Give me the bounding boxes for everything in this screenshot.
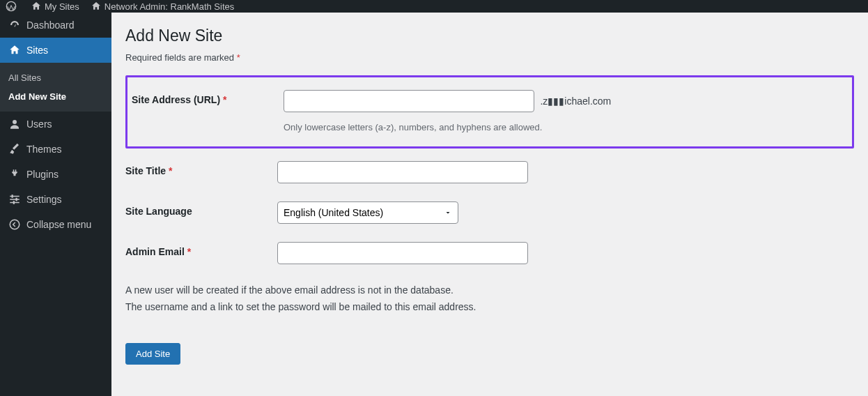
network-admin-label: Network Admin: RankMath Sites bbox=[104, 1, 234, 12]
sidebar-label: Settings bbox=[26, 194, 62, 205]
svg-rect-5 bbox=[12, 195, 13, 198]
sidebar-item-dashboard[interactable]: Dashboard bbox=[0, 13, 111, 38]
form-row-site-title: Site Title * bbox=[125, 161, 854, 183]
page-title: Add New Site bbox=[125, 13, 854, 52]
user-icon bbox=[8, 118, 21, 130]
admin-topbar: My Sites Network Admin: RankMath Sites bbox=[0, 0, 868, 13]
form-row-site-address: Site Address (URL) * .z▮▮▮ichael.com Onl… bbox=[132, 90, 839, 132]
sidebar-label: Collapse menu bbox=[26, 219, 91, 230]
main-content: Add New Site Required fields are marked … bbox=[111, 13, 868, 396]
site-address-hint: Only lowercase letters (a-z), numbers, a… bbox=[284, 122, 839, 132]
sidebar-item-settings[interactable]: Settings bbox=[0, 187, 111, 212]
sidebar-label: Plugins bbox=[26, 169, 59, 180]
my-sites-link[interactable]: My Sites bbox=[31, 1, 79, 12]
sidebar-item-themes[interactable]: Themes bbox=[0, 137, 111, 162]
sidebar-item-sites[interactable]: Sites bbox=[0, 38, 111, 63]
required-star: * bbox=[237, 52, 240, 63]
site-address-highlight: Site Address (URL) * .z▮▮▮ichael.com Onl… bbox=[125, 75, 854, 148]
svg-rect-3 bbox=[10, 199, 20, 200]
sidebar-item-plugins[interactable]: Plugins bbox=[0, 162, 111, 187]
info-line1: A new user will be created if the above … bbox=[125, 282, 854, 298]
label-site-address: Site Address (URL) * bbox=[132, 90, 284, 105]
add-site-button[interactable]: Add Site bbox=[125, 343, 180, 365]
svg-rect-7 bbox=[13, 201, 15, 204]
my-sites-label: My Sites bbox=[45, 1, 79, 12]
form-row-admin-email: Admin Email * bbox=[125, 242, 854, 264]
sidebar-sub-all-sites[interactable]: All Sites bbox=[0, 68, 111, 87]
sidebar-submenu-sites: All Sites Add New Site bbox=[0, 63, 111, 112]
label-site-language: Site Language bbox=[125, 201, 277, 217]
network-admin-link[interactable]: Network Admin: RankMath Sites bbox=[91, 1, 234, 12]
collapse-icon bbox=[8, 218, 21, 231]
required-note: Required fields are marked * bbox=[125, 52, 854, 63]
info-text: A new user will be created if the above … bbox=[125, 282, 854, 315]
dashboard-icon bbox=[8, 19, 21, 31]
svg-point-8 bbox=[10, 220, 20, 229]
plug-icon bbox=[8, 168, 21, 181]
site-address-input[interactable] bbox=[284, 90, 534, 112]
site-title-input[interactable] bbox=[277, 161, 528, 183]
svg-rect-6 bbox=[16, 198, 17, 201]
svg-rect-2 bbox=[10, 196, 20, 197]
sidebar-label: Users bbox=[26, 119, 52, 130]
wp-logo[interactable] bbox=[6, 1, 20, 12]
label-admin-email: Admin Email * bbox=[125, 242, 277, 257]
home-icon bbox=[31, 1, 42, 12]
settings-icon bbox=[8, 193, 21, 206]
domain-suffix: .z▮▮▮ichael.com bbox=[540, 96, 611, 107]
svg-point-1 bbox=[13, 120, 17, 124]
admin-sidebar: Dashboard Sites All Sites Add New Site U… bbox=[0, 13, 111, 396]
sidebar-label: Dashboard bbox=[26, 20, 75, 31]
home-icon bbox=[91, 1, 102, 12]
label-site-title: Site Title * bbox=[125, 161, 277, 176]
sidebar-sub-add-new-site[interactable]: Add New Site bbox=[0, 87, 111, 106]
brush-icon bbox=[8, 143, 21, 155]
sidebar-item-users[interactable]: Users bbox=[0, 112, 111, 137]
home-icon bbox=[8, 44, 21, 56]
wordpress-icon bbox=[6, 1, 17, 12]
info-line2: The username and a link to set the passw… bbox=[125, 299, 854, 314]
form-row-site-language: Site Language English (United States) bbox=[125, 201, 854, 224]
admin-email-input[interactable] bbox=[277, 242, 528, 264]
site-language-select[interactable]: English (United States) bbox=[277, 201, 458, 224]
sidebar-item-collapse[interactable]: Collapse menu bbox=[0, 212, 111, 237]
sidebar-label: Themes bbox=[26, 144, 62, 155]
sidebar-label: Sites bbox=[26, 45, 48, 56]
